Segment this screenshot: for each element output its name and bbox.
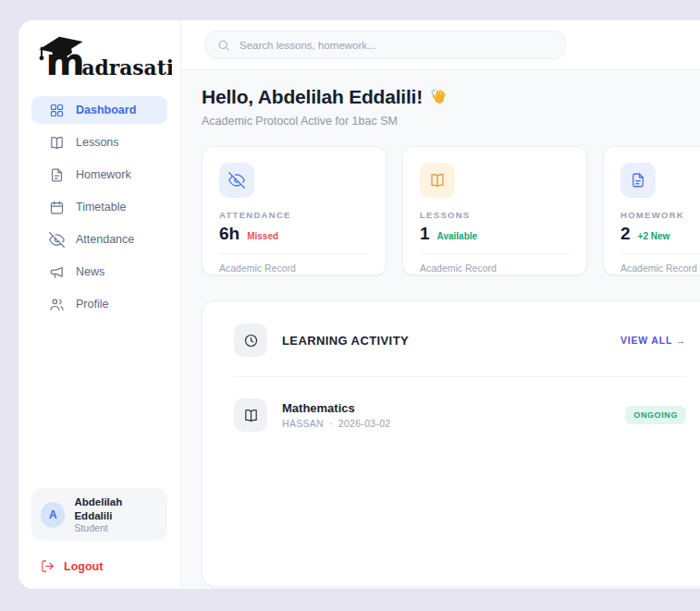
madrasati-logo-icon: m adrasati <box>33 35 172 79</box>
activity-header: LEARNING ACTIVITY VIEW ALL → <box>234 324 686 357</box>
sidebar-item-news[interactable]: News <box>31 258 167 286</box>
top-bar <box>181 20 700 70</box>
document-icon <box>630 172 646 189</box>
sidebar-item-label: Timetable <box>76 201 126 214</box>
activity-item-icon-box <box>234 398 267 432</box>
stat-label: ATTENDANCE <box>219 210 369 220</box>
greeting-subtitle: Academic Protocol Active for 1bac SM <box>202 115 700 128</box>
sidebar-item-homework[interactable]: Homework <box>31 161 167 189</box>
stat-icon-box <box>620 163 656 198</box>
activity-teacher: HASSAN <box>282 418 324 429</box>
users-icon <box>49 297 65 312</box>
app-screen: m adrasati Dashboard <box>0 0 700 611</box>
brand-rest: adrasati <box>82 56 173 79</box>
sidebar-nav: Dashboard Lessons Homework <box>18 96 180 323</box>
user-name: Abdelilah Eddalili <box>74 495 158 522</box>
stat-cards-row: ATTENDANCE 6h Missed Academic Record <box>202 146 700 275</box>
eye-off-icon <box>228 172 245 189</box>
user-role: Student <box>74 522 158 533</box>
dashboard-content: Hello, Abdelilah Eddalili! <box>181 70 700 589</box>
divider <box>620 253 700 254</box>
book-icon <box>243 408 259 423</box>
stat-card-homework[interactable]: HOMEWORK 2 +2 New Academic Record <box>603 146 700 275</box>
sidebar-item-attendance[interactable]: Attendance <box>31 226 167 253</box>
stat-card-lessons[interactable]: LESSONS 1 Available Academic Record <box>402 146 587 275</box>
stat-label: LESSONS <box>420 210 570 220</box>
stat-value: 2 <box>620 224 631 244</box>
search-input[interactable] <box>239 40 554 51</box>
activity-item[interactable]: Mathematics HASSAN · 2026-03-02 ONGOING <box>234 398 686 432</box>
megaphone-icon <box>49 264 65 280</box>
greeting-title: Hello, Abdelilah Eddalili! <box>202 85 700 109</box>
sidebar-item-lessons[interactable]: Lessons <box>31 128 167 156</box>
logout-label: Logout <box>64 560 103 573</box>
stat-card-attendance[interactable]: ATTENDANCE 6h Missed Academic Record <box>202 146 387 275</box>
sidebar: m adrasati Dashboard <box>18 20 181 589</box>
activity-title: LEARNING ACTIVITY <box>282 334 409 348</box>
document-icon <box>49 167 65 183</box>
divider <box>219 253 369 254</box>
calendar-icon <box>49 200 65 215</box>
sidebar-item-label: Attendance <box>76 233 134 246</box>
stat-label: HOMEWORK <box>620 210 700 220</box>
eye-off-icon <box>49 232 65 248</box>
sidebar-item-timetable[interactable]: Timetable <box>31 193 167 221</box>
sidebar-item-profile[interactable]: Profile <box>31 290 167 318</box>
app-window: m adrasati Dashboard <box>18 20 700 589</box>
brand-logo: m adrasati <box>18 20 180 79</box>
stat-icon-box <box>219 163 254 198</box>
divider <box>234 376 686 377</box>
clock-icon <box>243 333 259 348</box>
user-card[interactable]: A Abdelilah Eddalili Student <box>31 488 167 541</box>
meta-separator: · <box>329 418 333 429</box>
activity-title-icon-box <box>234 324 267 357</box>
stat-footer: Academic Record <box>620 263 700 274</box>
search-box[interactable] <box>205 31 566 59</box>
stat-note: +2 New <box>638 231 670 241</box>
search-icon <box>217 39 230 52</box>
status-badge: ONGOING <box>625 406 686 424</box>
main-area: Hello, Abdelilah Eddalili! <box>181 20 700 589</box>
sidebar-item-label: Dashboard <box>76 104 136 116</box>
logout-icon <box>41 559 55 573</box>
book-icon <box>429 172 446 189</box>
stat-footer: Academic Record <box>420 263 570 274</box>
sidebar-item-label: Lessons <box>76 136 119 149</box>
learning-activity-card: LEARNING ACTIVITY VIEW ALL → Mathematics <box>202 300 700 587</box>
sidebar-item-label: News <box>76 265 104 278</box>
book-icon <box>49 135 65 151</box>
avatar: A <box>41 502 65 528</box>
logout-button[interactable]: Logout <box>41 559 180 573</box>
dashboard-icon <box>49 103 65 118</box>
waving-hand-icon <box>430 88 449 107</box>
view-all-link[interactable]: VIEW ALL → <box>620 335 686 346</box>
stat-footer: Academic Record <box>219 263 369 274</box>
stat-value: 6h <box>219 224 239 244</box>
stat-value: 1 <box>420 224 430 244</box>
activity-date: 2026-03-02 <box>338 418 391 429</box>
greeting-text: Hello, Abdelilah Eddalili! <box>202 85 423 109</box>
sidebar-item-label: Homework <box>76 168 131 181</box>
sidebar-item-label: Profile <box>76 298 108 311</box>
divider <box>420 253 570 254</box>
stat-note: Available <box>437 231 478 241</box>
activity-item-meta: HASSAN · 2026-03-02 <box>282 418 391 429</box>
stat-icon-box <box>420 163 455 198</box>
sidebar-item-dashboard[interactable]: Dashboard <box>31 96 167 124</box>
activity-item-title: Mathematics <box>282 401 391 415</box>
stat-note: Missed <box>247 231 278 241</box>
